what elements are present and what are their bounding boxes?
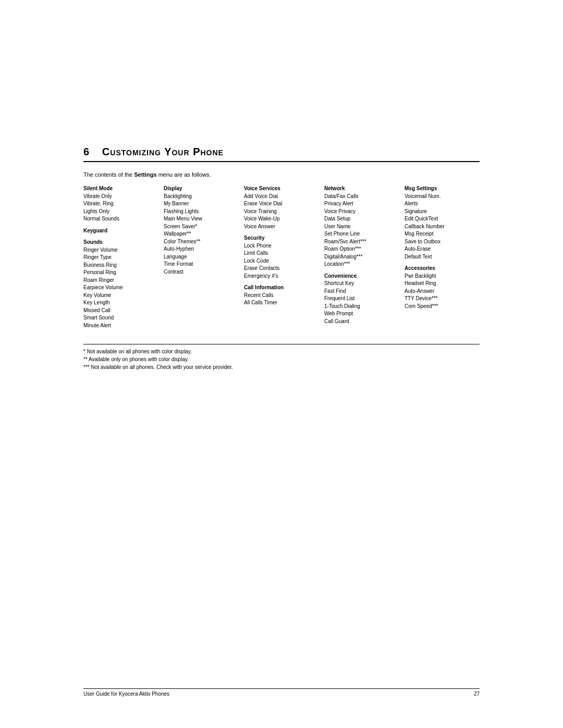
menu-item: Privacy Alert [324,200,399,208]
menu-item: Default Text [405,253,480,261]
intro-paragraph: The contents of the Settings menu are as… [83,171,480,178]
menu-item: Roam Ringer [83,277,158,285]
menu-item: Ringer Type [83,254,158,262]
footnotes: * Not available on all phones with color… [83,344,480,371]
menu-grid: Silent Mode Vibrate Only Vibrate, Ring L… [83,185,480,334]
section-keyguard: Keyguard [83,227,158,235]
section-convenience: Convenience Shortcut Key Fast Find Frequ… [324,273,399,326]
section-title-accessories: Accessories [405,265,480,273]
menu-item: Shortcut Key [324,280,399,288]
menu-column-3: Voice Services Add Voice Dial Erase Voic… [244,185,324,334]
menu-item: Contrast [164,268,239,276]
section-call-information: Call Information Recent Calls All Calls … [244,284,319,307]
menu-item: Com Speed*** [405,303,480,311]
menu-item: Call Guard [324,318,399,326]
content-area: 6 Customizing Your Phone The contents of… [0,0,563,402]
menu-item: Voicemail Num. [405,193,480,201]
section-title-call-information: Call Information [244,284,319,292]
menu-item: Key Length [83,299,158,307]
menu-item: Roam/Svc Alert*** [324,238,399,246]
menu-item: Erase Contacts [244,265,319,273]
menu-item: My Banner [164,200,239,208]
section-title-sounds: Sounds [83,239,158,246]
section-title-security: Security [244,235,319,242]
section-title-silent-mode: Silent Mode [83,185,158,193]
chapter-number: 6 [83,146,90,157]
menu-item: Emergency #'s [244,273,319,280]
section-title-keyguard: Keyguard [83,227,158,235]
footnote-3: *** Not available on all phones. Check w… [83,363,480,371]
section-voice-services: Voice Services Add Voice Dial Erase Voic… [244,185,319,230]
menu-item: Pwr Backlight [405,273,480,280]
intro-text-before: The contents of the [83,171,134,178]
menu-item: All Calls Timer [244,299,319,307]
section-display: Display Backlighting My Banner Flashing … [164,185,239,276]
menu-item: Auto-Hyphen [164,245,239,253]
menu-item: Personal Ring [83,269,158,277]
menu-column-1: Silent Mode Vibrate Only Vibrate, Ring L… [83,185,164,334]
footnote-1: * Not available on all phones with color… [83,348,480,355]
menu-item: Missed Call [83,307,158,315]
intro-bold: Settings [134,171,156,178]
menu-item: Alerts [405,200,480,208]
menu-item: Voice Training [244,208,319,216]
menu-item: Backlighting [164,193,239,201]
menu-item: Time Format [164,261,239,268]
menu-item: Callback Number [405,223,480,231]
menu-item: Erase Voice Dial [244,200,319,208]
menu-item: Fast Find [324,288,399,295]
section-network: Network Data/Fax Calls Privacy Alert Voi… [324,185,399,268]
menu-item: Minute Alert [83,322,158,330]
section-title-network: Network [324,185,399,193]
footnote-2: ** Available only on phones with color d… [83,355,480,363]
menu-item: User Name [324,223,399,231]
chapter-title: 6 Customizing Your Phone [83,146,480,158]
menu-item: Frequent List [324,295,399,303]
menu-item: Wallpaper** [164,230,239,238]
menu-item: 1-Touch Dialing [324,303,399,311]
section-silent-mode: Silent Mode Vibrate Only Vibrate, Ring L… [83,185,158,223]
menu-item: Msg Receipt [405,230,480,238]
menu-item: Web Prompt [324,310,399,318]
section-title-display: Display [164,185,239,193]
menu-column-2: Display Backlighting My Banner Flashing … [164,185,244,334]
section-security: Security Lock Phone Limit Calls Lock Cod… [244,235,319,280]
menu-item: Voice Wake-Up [244,215,319,223]
chapter-header: 6 Customizing Your Phone [83,146,480,162]
section-title-voice-services: Voice Services [244,185,319,193]
menu-item: Screen Saver* [164,223,239,231]
menu-item: Location*** [324,261,399,268]
menu-item: Business Ring [83,262,158,269]
page-container: 6 Customizing Your Phone The contents of… [0,0,563,728]
menu-item: Limit Calls [244,250,319,257]
section-accessories: Accessories Pwr Backlight Headset Ring A… [405,265,480,310]
menu-item: Smart Sound [83,314,158,322]
menu-item: Color Themes** [164,238,239,246]
chapter-title-text: Customizing Your Phone [102,146,224,157]
menu-item: Data Setup [324,215,399,223]
menu-item: Digital/Analog*** [324,253,399,261]
menu-item: Main Menu View [164,215,239,223]
menu-item: Signature [405,208,480,216]
menu-item: Voice Privacy [324,208,399,216]
menu-column-4: Network Data/Fax Calls Privacy Alert Voi… [324,185,405,334]
page-footer: User Guide for Kyocera Aktiv Phones 27 [83,688,480,697]
menu-column-5: Msg Settings Voicemail Num. Alerts Signa… [405,185,480,334]
page-number: 27 [474,691,480,697]
section-msg-settings: Msg Settings Voicemail Num. Alerts Signa… [405,185,480,261]
intro-text-after: menu are as follows. [157,171,211,178]
section-title-convenience: Convenience [324,273,399,280]
menu-item: Auto-Answer [405,288,480,295]
menu-item: Language [164,253,239,261]
menu-item: Roam Option*** [324,245,399,253]
menu-item: TTY Device*** [405,295,480,303]
menu-item: Ringer Volume [83,246,158,254]
menu-item: Lock Phone [244,242,319,250]
menu-item: Vibrate Only [83,193,158,201]
menu-item: Set Phone Line [324,230,399,238]
menu-item: Headset Ring [405,280,480,288]
menu-item: Flashing Lights [164,208,239,216]
menu-item: Earpiece Volume [83,284,158,292]
section-sounds: Sounds Ringer Volume Ringer Type Busines… [83,239,158,329]
menu-item: Key Volume [83,292,158,300]
